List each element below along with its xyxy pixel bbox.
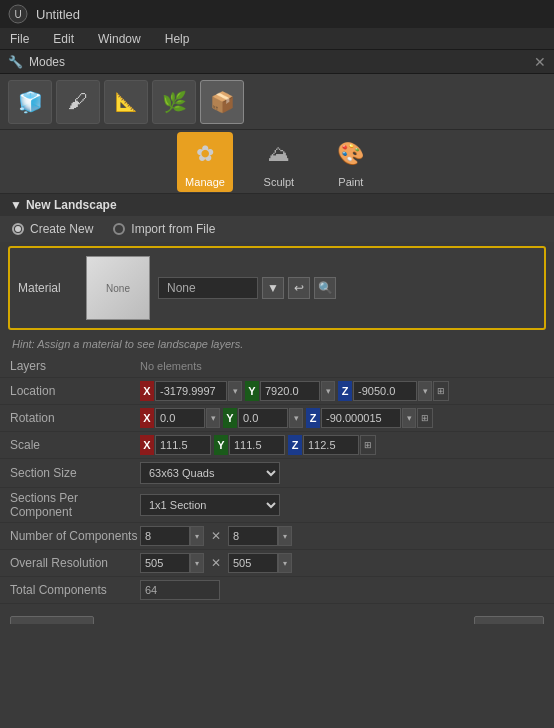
layers-fields: No elements <box>140 360 544 372</box>
layers-label: Layers <box>10 359 140 373</box>
overall-res-y-spinner[interactable]: ▾ <box>278 553 292 573</box>
num-components-x-group: ▾ <box>140 526 204 546</box>
total-components-label: Total Components <box>10 583 140 597</box>
num-components-x-spinner[interactable]: ▾ <box>190 526 204 546</box>
total-components-row: Total Components <box>0 577 554 604</box>
location-y-spinner[interactable]: ▾ <box>321 381 335 401</box>
material-dropdown-arrow[interactable]: ▼ <box>262 277 284 299</box>
overall-resolution-row: Overall Resolution ▾ ✕ ▾ <box>0 550 554 577</box>
svg-text:U: U <box>14 9 21 20</box>
section-size-row: Section Size 63x63 Quads 127x127 Quads 2… <box>0 459 554 488</box>
material-name: None <box>158 277 258 299</box>
overall-res-y-group: ▾ <box>228 553 292 573</box>
import-file-option[interactable]: Import from File <box>113 222 215 236</box>
overall-resolution-label: Overall Resolution <box>10 556 140 570</box>
overall-res-y-input[interactable] <box>228 553 278 573</box>
rotation-y-input[interactable] <box>238 408 288 428</box>
location-z-spinner[interactable]: ▾ <box>418 381 432 401</box>
scale-x-input[interactable] <box>155 435 211 455</box>
hint-text: Hint: Assign a material to see landscape… <box>0 334 554 354</box>
overall-res-x-spinner[interactable]: ▾ <box>190 553 204 573</box>
times-label-2: ✕ <box>207 556 225 570</box>
overall-res-x-input[interactable] <box>140 553 190 573</box>
rotation-fields: X ▾ Y ▾ Z ▾ ⊞ <box>140 408 544 428</box>
material-panel: Material None None ▼ ↩ 🔍 <box>8 246 546 330</box>
material-search-button[interactable]: 🔍 <box>314 277 336 299</box>
scale-row: Scale X Y Z ⊞ <box>0 432 554 459</box>
location-y-label: Y <box>245 381 259 401</box>
sections-per-component-select[interactable]: 1x1 Section 2x2 Sections <box>140 494 280 516</box>
location-y-field: Y ▾ <box>245 381 335 401</box>
material-preview: None <box>86 256 150 320</box>
rotation-x-spinner[interactable]: ▾ <box>206 408 220 428</box>
panel-close-button[interactable]: ✕ <box>534 54 546 70</box>
menu-edit[interactable]: Edit <box>47 30 80 48</box>
scale-y-label: Y <box>214 435 228 455</box>
manage-icon: ✿ <box>187 136 223 172</box>
paint-button[interactable]: 🎨 Paint <box>325 132 377 192</box>
num-components-fields: ▾ ✕ ▾ <box>140 526 544 546</box>
manage-button[interactable]: ✿ Manage <box>177 132 233 192</box>
scale-z-field: Z ⊞ <box>288 435 376 455</box>
rotation-expand[interactable]: ⊞ <box>417 408 433 428</box>
create-new-radio[interactable] <box>12 223 24 235</box>
window-title: Untitled <box>36 7 546 22</box>
scale-y-field: Y <box>214 435 285 455</box>
location-expand[interactable]: ⊞ <box>433 381 449 401</box>
section-title: New Landscape <box>26 198 117 212</box>
material-selector: None ▼ ↩ 🔍 <box>158 277 336 299</box>
scale-z-input[interactable] <box>303 435 359 455</box>
paint-label: Paint <box>338 176 363 188</box>
location-z-field: Z ▾ ⊞ <box>338 381 449 401</box>
sculpt-button[interactable]: ⛰ Sculpt <box>253 132 305 192</box>
panel-title: Modes <box>29 55 65 69</box>
menu-file[interactable]: File <box>4 30 35 48</box>
menu-bar: File Edit Window Help <box>0 28 554 50</box>
scale-z-label: Z <box>288 435 302 455</box>
rotation-y-field: Y ▾ <box>223 408 303 428</box>
rotation-z-label: Z <box>306 408 320 428</box>
mode-button-5[interactable]: 📦 <box>200 80 244 124</box>
total-components-value <box>140 580 220 600</box>
mode-button-1[interactable]: 🧊 <box>8 80 52 124</box>
sections-per-component-label: Sections Per Component <box>10 491 140 519</box>
location-x-spinner[interactable]: ▾ <box>228 381 242 401</box>
location-x-label: X <box>140 381 154 401</box>
sections-per-component-fields: 1x1 Section 2x2 Sections <box>140 494 544 516</box>
location-y-input[interactable] <box>260 381 320 401</box>
create-new-option[interactable]: Create New <box>12 222 93 236</box>
fill-world-button[interactable]: Fill World <box>10 616 94 624</box>
num-components-x-input[interactable] <box>140 526 190 546</box>
location-x-input[interactable] <box>155 381 227 401</box>
rotation-label: Rotation <box>10 411 140 425</box>
import-file-radio[interactable] <box>113 223 125 235</box>
mode-button-3[interactable]: 📐 <box>104 80 148 124</box>
num-components-y-input[interactable] <box>228 526 278 546</box>
scale-expand[interactable]: ⊞ <box>360 435 376 455</box>
total-components-fields <box>140 580 544 600</box>
num-components-y-spinner[interactable]: ▾ <box>278 526 292 546</box>
material-reset-button[interactable]: ↩ <box>288 277 310 299</box>
sections-per-component-row: Sections Per Component 1x1 Section 2x2 S… <box>0 488 554 523</box>
new-landscape-header[interactable]: ▼ New Landscape <box>0 194 554 216</box>
manage-label: Manage <box>185 176 225 188</box>
rotation-z-input[interactable] <box>321 408 401 428</box>
times-label: ✕ <box>207 529 225 543</box>
rotation-x-input[interactable] <box>155 408 205 428</box>
scale-x-label: X <box>140 435 154 455</box>
mode-button-4[interactable]: 🌿 <box>152 80 196 124</box>
menu-help[interactable]: Help <box>159 30 196 48</box>
create-button[interactable]: Create <box>474 616 544 624</box>
location-z-label: Z <box>338 381 352 401</box>
rotation-z-spinner[interactable]: ▾ <box>402 408 416 428</box>
scale-y-input[interactable] <box>229 435 285 455</box>
material-dropdown: None ▼ ↩ 🔍 <box>158 277 336 299</box>
rotation-y-spinner[interactable]: ▾ <box>289 408 303 428</box>
menu-window[interactable]: Window <box>92 30 147 48</box>
section-size-select[interactable]: 63x63 Quads 127x127 Quads 255x255 Quads <box>140 462 280 484</box>
modes-toolbar: 🧊 🖌 📐 🌿 📦 <box>0 74 554 130</box>
location-z-input[interactable] <box>353 381 417 401</box>
mode-button-2[interactable]: 🖌 <box>56 80 100 124</box>
overall-res-x-group: ▾ <box>140 553 204 573</box>
app-logo: U <box>8 4 28 24</box>
